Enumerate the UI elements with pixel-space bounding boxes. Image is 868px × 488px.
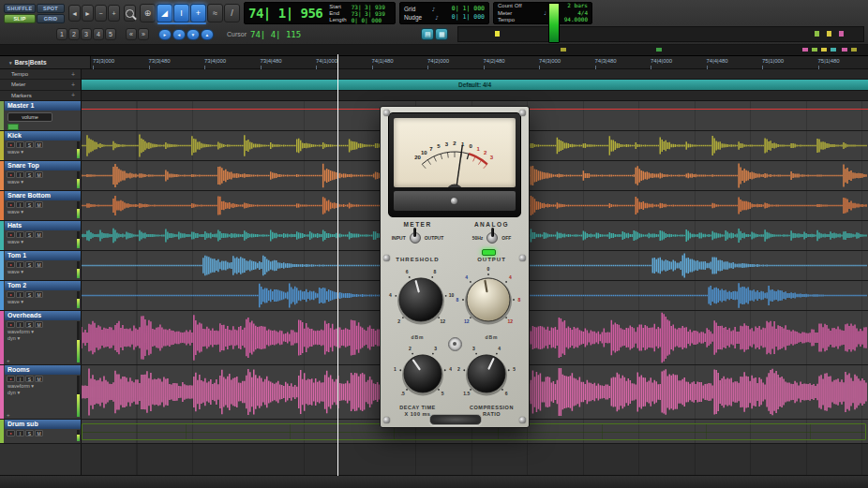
input-monitor-button[interactable]: I [16,321,24,328]
track-view-selector[interactable]: wave ▾ [5,148,81,155]
input-monitor-button[interactable]: I [16,201,24,208]
main-counter-value[interactable]: 74| 1| 956 [248,6,322,21]
pencil-tool[interactable]: / [224,4,240,22]
locate-button-2[interactable]: » [138,28,149,40]
track-name-overheads[interactable]: Overheads [5,311,81,320]
threshold-knob[interactable]: 24681012 [387,266,455,333]
volume-view-selector[interactable]: volume [7,112,52,122]
add-lane-icon[interactable]: + [7,358,10,363]
solo-button[interactable]: S [25,231,34,238]
ruler-label-markers[interactable]: Markers+ [0,91,81,101]
tempo-value[interactable]: 94.0000 [564,17,588,23]
grabber-tool[interactable]: + [190,4,206,22]
mode-spot[interactable]: SPOT [37,4,65,13]
mute-button[interactable]: M [35,141,43,148]
tab-button-4[interactable]: ▴ [201,29,214,40]
input-monitor-button[interactable]: I [16,261,24,268]
track-view-selector[interactable]: waveform ▾ [5,382,81,389]
tab-button-1[interactable]: ▸ [158,29,172,40]
input-monitor-button[interactable]: I [16,430,24,436]
option-button-1[interactable]: ▤ [421,28,434,40]
record-arm-button[interactable]: ● [7,231,15,238]
analog-switch-toggle[interactable] [486,232,498,244]
memory-location-1[interactable]: 1 [56,28,67,40]
add-lane-icon[interactable]: + [7,412,10,418]
record-arm-button[interactable]: ● [7,291,15,298]
dyn-view-selector[interactable]: dyn ▾ [5,389,81,395]
markers-ruler-lane[interactable] [82,91,868,101]
track-name-tom-1[interactable]: Tom 1 [5,251,81,260]
solo-button[interactable]: S [25,201,34,208]
smart-tool-indicator[interactable] [157,22,206,24]
grid-value[interactable]: 0| 1| 000 [452,6,485,12]
track-view-selector[interactable]: wave ▾ [5,178,81,185]
input-monitor-button[interactable]: I [16,141,24,148]
mode-shuffle[interactable]: SHUFFLE [4,4,36,13]
ruler-label-meter[interactable]: Meter+ [0,80,81,90]
add-event-icon[interactable]: + [71,81,75,88]
selector-tool[interactable]: I [173,4,189,22]
input-monitor-button[interactable]: I [16,231,24,238]
mute-button[interactable]: M [35,376,43,382]
analog-switch[interactable]: 50Hz OFF [455,232,529,244]
record-arm-button[interactable]: ● [7,171,15,178]
track-view-selector[interactable]: wave ▾ [5,298,81,304]
bars-beats-ruler[interactable]: 73|3|00073|3|48073|4|00073|4|48074|1|000… [91,56,868,68]
start-value[interactable]: 73| 3| 939 [352,4,385,10]
zoom-button-4[interactable]: + [108,5,120,22]
solo-button[interactable]: S [25,291,34,298]
tab-button-3[interactable]: ▾ [187,29,200,40]
ruler-label-tempo[interactable]: Tempo+ [0,69,81,80]
record-arm-button[interactable]: ● [7,201,15,208]
record-arm-button[interactable]: ● [7,321,15,328]
meter-default-event[interactable]: Default: 4/4 [458,81,491,88]
mute-button[interactable]: M [35,231,43,238]
solo-button[interactable]: S [25,261,34,268]
input-monitor-button[interactable]: I [16,291,24,298]
add-event-icon[interactable]: + [71,92,75,98]
zoom-tool[interactable]: ⊕ [140,4,156,22]
zoom-button-2[interactable]: ► [82,5,94,22]
add-event-icon[interactable]: + [71,71,75,78]
trim-tool[interactable]: ◢ [157,4,172,22]
track-name-rooms[interactable]: Rooms [5,365,81,375]
memory-location-5[interactable]: 5 [105,28,116,40]
decay-time-knob[interactable]: .512345 [394,345,452,403]
track-name-drum-sub[interactable]: Drum sub [5,420,81,429]
mode-grid[interactable]: GRID [37,14,65,23]
track-view-selector[interactable]: waveform ▾ [5,328,81,334]
memory-location-2[interactable]: 2 [68,28,80,40]
mode-slip[interactable]: SLIP [4,14,36,23]
zoomer-button[interactable] [124,5,136,22]
option-button-2[interactable]: ▦ [435,28,448,40]
scrubber-tool[interactable]: ≈ [207,4,223,22]
solo-button[interactable]: S [25,321,34,328]
input-monitor-button[interactable]: I [16,171,24,178]
length-value[interactable]: 0| 0| 000 [352,17,385,23]
mute-button[interactable]: M [35,430,43,436]
tempo-ruler-lane[interactable] [82,69,868,80]
bars-beats-ruler-label[interactable]: ▾ Bars|Beats [0,56,91,68]
count-off-value[interactable]: 2 bars [567,3,588,9]
memory-location-4[interactable]: 4 [93,28,104,40]
output-knob[interactable]: 128404812 [455,266,522,333]
tab-button-2[interactable]: ◂ [172,29,186,40]
mute-button[interactable]: M [35,321,43,328]
track-name-master-1[interactable]: Master 1 [5,101,81,111]
universe-overview-top[interactable] [457,26,864,42]
meter-switch-toggle[interactable] [410,232,421,244]
track-name-hats[interactable]: Hats [5,221,81,230]
track-view-selector[interactable]: wave ▾ [5,268,81,274]
track-name-kick[interactable]: Kick [5,131,81,140]
nudge-value[interactable]: 0| 1| 000 [452,14,485,21]
record-arm-button[interactable]: ● [7,141,15,148]
track-name-snare-bottom[interactable]: Snare Bottom [5,191,81,200]
record-arm-button[interactable]: ● [7,376,15,382]
compression-ratio-knob[interactable]: 1.523456 [457,345,516,403]
end-value[interactable]: 73| 3| 939 [352,10,385,17]
zoom-button-3[interactable]: − [95,5,107,22]
record-arm-button[interactable]: ● [7,261,15,268]
universe-overview-strip[interactable] [0,45,868,56]
solo-button[interactable]: S [25,141,34,148]
input-monitor-button[interactable]: I [16,376,24,382]
